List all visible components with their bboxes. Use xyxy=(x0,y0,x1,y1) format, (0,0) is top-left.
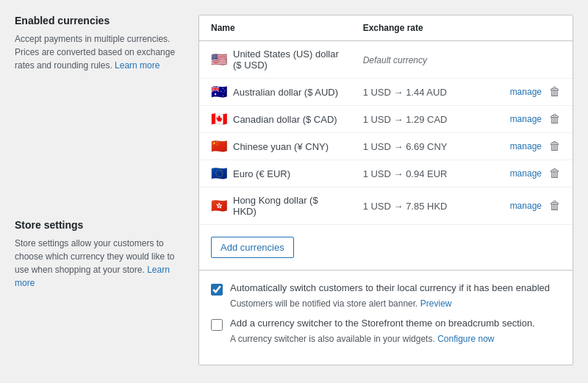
manage-link[interactable]: manage xyxy=(510,201,542,211)
enabled-currencies-section: Enabled currencies Accept payments in mu… xyxy=(15,15,184,72)
default-currency-label: Default currency xyxy=(363,55,427,65)
currency-name-cell: 🇨🇦 Canadian dollar ($ CAD) xyxy=(199,106,351,133)
action-cell: manage 🗑 xyxy=(498,133,573,160)
currency-name: Australian dollar ($ AUD) xyxy=(233,87,338,98)
action-cell: manage 🗑 xyxy=(498,187,573,225)
currency-name-cell: 🇭🇰 Hong Kong dollar ($ HKD) xyxy=(199,187,351,225)
currency-name: Hong Kong dollar ($ HKD) xyxy=(233,195,340,217)
table-row: 🇪🇺 Euro (€ EUR) 1 USD → 0.94 EUR manage … xyxy=(199,160,573,187)
store-settings-description: Store settings allow your customers to c… xyxy=(15,237,184,290)
checkbox-group: Add a currency switcher to the Storefron… xyxy=(211,318,561,344)
delete-icon[interactable]: 🗑 xyxy=(549,113,561,125)
currency-name-cell: 🇨🇳 Chinese yuan (¥ CNY) xyxy=(199,133,351,160)
checkbox-label[interactable]: Automatically switch customers to their … xyxy=(230,282,550,293)
currency-name: Canadian dollar ($ CAD) xyxy=(233,114,337,125)
action-cell: manage 🗑 xyxy=(498,160,573,187)
enabled-currencies-title: Enabled currencies xyxy=(15,15,184,26)
flag-icon: 🇪🇺 xyxy=(211,168,227,179)
currency-name: Chinese yuan (¥ CNY) xyxy=(233,141,329,152)
checkbox-auto-switch[interactable] xyxy=(211,284,223,296)
checkbox-row: Automatically switch customers to their … xyxy=(211,282,561,296)
flag-icon: 🇨🇳 xyxy=(211,140,227,152)
delete-icon[interactable]: 🗑 xyxy=(549,140,561,152)
flag-icon: 🇺🇸 xyxy=(211,54,227,65)
column-header-name: Name xyxy=(199,15,351,41)
exchange-rate-value: 1 USD → 6.69 CNY xyxy=(363,141,448,152)
column-header-exchange-rate: Exchange rate xyxy=(351,15,498,41)
manage-link[interactable]: manage xyxy=(510,168,542,179)
table-row: 🇨🇳 Chinese yuan (¥ CNY) 1 USD → 6.69 CNY… xyxy=(199,133,573,160)
currency-name-cell: 🇪🇺 Euro (€ EUR) xyxy=(199,160,351,187)
checkbox-group: Automatically switch customers to their … xyxy=(211,282,561,309)
checkbox-subtext: A currency switcher is also available in… xyxy=(230,334,561,344)
store-settings-checkboxes: Automatically switch customers to their … xyxy=(199,270,573,365)
checkbox-link[interactable]: Preview xyxy=(420,298,452,309)
currency-name-cell: 🇦🇺 Australian dollar ($ AUD) xyxy=(199,79,351,106)
currency-table: Name Exchange rate 🇺🇸 United States (US)… xyxy=(199,15,573,224)
delete-icon[interactable]: 🗑 xyxy=(549,200,561,212)
exchange-rate-cell: 1 USD → 0.94 EUR xyxy=(351,160,498,187)
manage-link[interactable]: manage xyxy=(510,141,542,151)
checkbox-currency-switcher[interactable] xyxy=(211,319,223,331)
left-panel: Enabled currencies Accept payments in mu… xyxy=(15,15,184,365)
action-cell: manage 🗑 xyxy=(498,79,573,106)
checkbox-subtext: Customers will be notified via store ale… xyxy=(230,298,561,309)
exchange-rate-cell: 1 USD → 1.44 AUD xyxy=(351,79,498,106)
action-cell: manage 🗑 xyxy=(498,106,573,133)
delete-icon[interactable]: 🗑 xyxy=(549,168,561,179)
manage-link[interactable]: manage xyxy=(510,114,542,124)
enabled-currencies-description: Accept payments in multiple currencies. … xyxy=(15,32,184,72)
add-currencies-button[interactable]: Add currencies xyxy=(211,237,294,258)
store-settings-section: Store settings Store settings allow your… xyxy=(15,219,184,290)
flag-icon: 🇭🇰 xyxy=(211,200,227,212)
table-row: 🇺🇸 United States (US) dollar ($ USD) Def… xyxy=(199,41,573,79)
exchange-rate-cell: 1 USD → 7.85 HKD xyxy=(351,187,498,225)
exchange-rate-value: 1 USD → 1.29 CAD xyxy=(363,114,448,125)
currency-name: Euro (€ EUR) xyxy=(233,168,290,179)
table-row: 🇨🇦 Canadian dollar ($ CAD) 1 USD → 1.29 … xyxy=(199,106,573,133)
checkbox-label[interactable]: Add a currency switcher to the Storefron… xyxy=(230,318,535,329)
exchange-rate-cell: 1 USD → 6.69 CNY xyxy=(351,133,498,160)
enabled-currencies-learn-more[interactable]: Learn more xyxy=(115,60,159,71)
flag-icon: 🇨🇦 xyxy=(211,113,227,125)
exchange-rate-value: 1 USD → 0.94 EUR xyxy=(363,168,448,179)
manage-link[interactable]: manage xyxy=(510,87,542,97)
flag-icon: 🇦🇺 xyxy=(211,86,227,98)
table-row: 🇦🇺 Australian dollar ($ AUD) 1 USD → 1.4… xyxy=(199,79,573,106)
exchange-rate-cell: Default currency xyxy=(351,41,498,79)
currency-name: United States (US) dollar ($ USD) xyxy=(233,49,340,71)
exchange-rate-value: 1 USD → 7.85 HKD xyxy=(363,201,448,212)
column-header-actions xyxy=(498,15,573,41)
exchange-rate-value: 1 USD → 1.44 AUD xyxy=(363,87,447,98)
delete-icon[interactable]: 🗑 xyxy=(549,86,561,98)
exchange-rate-cell: 1 USD → 1.29 CAD xyxy=(351,106,498,133)
checkbox-row: Add a currency switcher to the Storefron… xyxy=(211,318,561,331)
currency-name-cell: 🇺🇸 United States (US) dollar ($ USD) xyxy=(199,41,351,79)
right-panel: Name Exchange rate 🇺🇸 United States (US)… xyxy=(198,15,573,365)
table-row: 🇭🇰 Hong Kong dollar ($ HKD) 1 USD → 7.85… xyxy=(199,187,573,225)
checkbox-link[interactable]: Configure now xyxy=(437,334,494,344)
store-settings-title: Store settings xyxy=(15,219,184,231)
action-cell xyxy=(498,41,573,79)
add-currencies-section: Add currencies xyxy=(199,224,573,270)
